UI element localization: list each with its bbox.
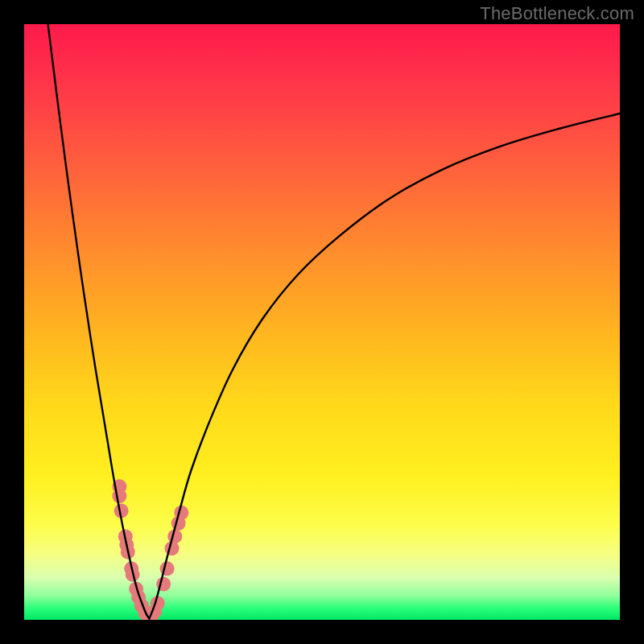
watermark-text: TheBottleneck.com [480,3,634,24]
chart-container: TheBottleneck.com [0,0,644,644]
curve-left-branch [48,24,150,619]
data-marker [174,506,188,520]
data-markers [112,479,188,620]
plot-area [24,24,620,620]
curve-right-branch [149,114,620,619]
curve-layer [24,24,620,620]
